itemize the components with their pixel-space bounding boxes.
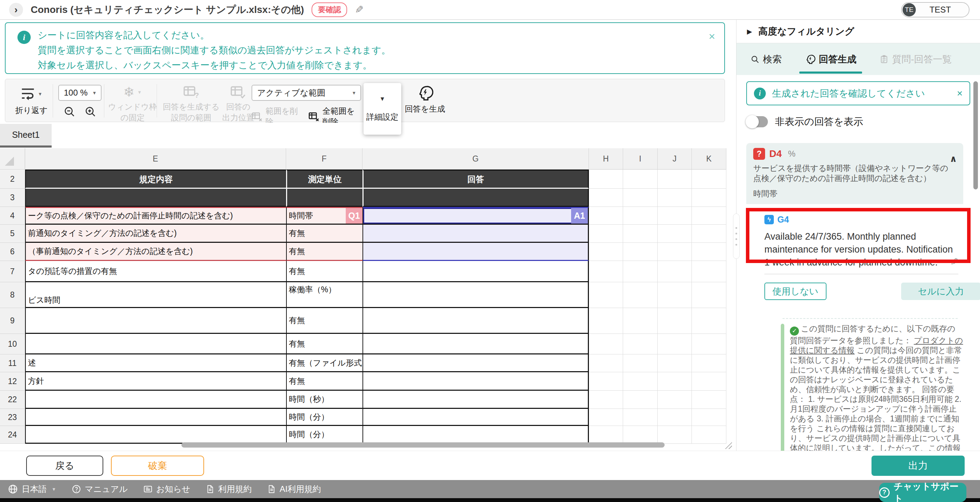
grid-cell[interactable]	[658, 409, 692, 426]
grid-cell[interactable]	[623, 372, 658, 391]
panel-scrollbar[interactable]	[974, 81, 978, 189]
row-header[interactable]: 12	[0, 372, 25, 391]
alert-close-icon[interactable]: ×	[957, 88, 963, 99]
grid-cell[interactable]: 時間帯Q1	[286, 207, 363, 225]
grid-cell[interactable]	[658, 391, 692, 409]
fill-cell-button[interactable]: セルに入力	[901, 283, 980, 300]
grid-cell[interactable]	[363, 261, 589, 282]
grid-cell[interactable]	[25, 334, 286, 354]
grid-cell[interactable]	[692, 308, 726, 334]
grid-cell[interactable]	[692, 243, 726, 261]
grid-cell[interactable]: 述	[25, 354, 286, 372]
grid-cell[interactable]	[589, 334, 623, 354]
grid-cell[interactable]	[589, 207, 623, 225]
grid-cell[interactable]	[589, 354, 623, 372]
collapse-chevron-button[interactable]: ›	[9, 3, 23, 17]
grid-cell[interactable]	[589, 189, 623, 207]
grid-cell[interactable]	[286, 189, 363, 207]
panel-resize-handle[interactable]	[733, 213, 740, 259]
grid-cell[interactable]: タの預託等の措置の有無	[25, 261, 286, 282]
output-button[interactable]: 出力	[872, 456, 965, 476]
grid-cell[interactable]	[692, 261, 726, 282]
grid-cell[interactable]	[692, 207, 726, 225]
zoom-out-icon[interactable]	[64, 106, 75, 118]
active-range-select[interactable]: アクティブな範囲 ▼	[251, 85, 361, 101]
grid-cell[interactable]	[589, 372, 623, 391]
grid-cell[interactable]: 前通知のタイミング／方法の記述を含む)	[25, 225, 286, 243]
row-header[interactable]: 3	[0, 189, 25, 207]
grid-cell[interactable]	[623, 426, 658, 444]
grid-cell[interactable]	[363, 308, 589, 334]
user-menu-button[interactable]: TE TEST	[901, 2, 969, 17]
footer-link[interactable]: マニュアル	[72, 483, 128, 495]
sheet-tab[interactable]: Sheet1	[0, 124, 52, 148]
grid-cell[interactable]: 時間（分）	[286, 409, 363, 426]
row-header[interactable]: 6	[0, 243, 25, 261]
grid-cell[interactable]	[363, 189, 589, 207]
grid-cell[interactable]: 稼働率（%）	[286, 282, 363, 308]
zoom-select[interactable]: 100 % ▼	[58, 85, 102, 101]
grid-cell[interactable]: 方針	[25, 372, 286, 391]
grid-cell[interactable]	[623, 225, 658, 243]
grid-cell[interactable]	[658, 170, 692, 189]
grid-cell[interactable]	[363, 391, 589, 409]
grid-cell[interactable]	[623, 409, 658, 426]
suggestion-card-header[interactable]: ? D4 % ∧ サービスを提供する時間帯（設備やネットワーク等の点検／保守のた…	[746, 143, 963, 204]
grid-cell[interactable]: （事前通知のタイミング／方法の記述を含む)	[25, 243, 286, 261]
grid-cell[interactable]	[363, 225, 589, 243]
grid-cell[interactable]	[623, 308, 658, 334]
grid-cell[interactable]: 有無	[286, 225, 363, 243]
footer-link[interactable]: 利用規約	[205, 483, 251, 495]
chat-support-button[interactable]: ? チャットサポート	[879, 483, 966, 502]
grid-cell[interactable]: 有無	[286, 372, 363, 391]
grid-cell[interactable]	[623, 207, 658, 225]
grid-cell[interactable]	[658, 207, 692, 225]
grid-cell[interactable]	[623, 354, 658, 372]
tab-answer-generation[interactable]: 回答生成	[805, 43, 856, 75]
grid-cell[interactable]	[589, 261, 623, 282]
grid-cell[interactable]	[692, 282, 726, 308]
grid-cell[interactable]: 時間（分）	[286, 426, 363, 444]
zoom-in-icon[interactable]	[84, 106, 96, 118]
horizontal-scrollbar[interactable]	[181, 442, 665, 448]
grid-cell[interactable]	[363, 334, 589, 354]
grid-cell[interactable]	[692, 334, 726, 354]
row-header[interactable]: 22	[0, 391, 25, 409]
grid-cell[interactable]: 有無	[286, 261, 363, 282]
column-header-I[interactable]: I	[623, 148, 658, 170]
grid-cell[interactable]	[658, 308, 692, 334]
grid-cell[interactable]	[363, 426, 589, 444]
language-selector[interactable]: 日本語 ▼	[8, 483, 56, 495]
generate-answer-button[interactable]: 回答を生成	[406, 85, 444, 114]
grid-cell[interactable]	[363, 243, 589, 261]
grid-cell[interactable]	[692, 189, 726, 207]
grid-cell[interactable]	[589, 170, 623, 189]
grid-cell[interactable]	[692, 372, 726, 391]
edit-title-icon[interactable]: ✎	[355, 3, 364, 16]
grid-cell[interactable]	[363, 372, 589, 391]
grid-cell[interactable]	[623, 391, 658, 409]
row-header[interactable]: 10	[0, 334, 25, 354]
footer-link[interactable]: お知らせ	[143, 483, 191, 495]
grid-cell[interactable]	[692, 409, 726, 426]
reject-answer-button[interactable]: 使用しない	[764, 283, 826, 300]
grid-cell[interactable]	[623, 261, 658, 282]
grid-cell[interactable]	[589, 426, 623, 444]
grid-cell[interactable]	[363, 409, 589, 426]
column-header-J[interactable]: J	[658, 148, 692, 170]
grid-cell[interactable]	[658, 426, 692, 444]
grid-cell[interactable]	[589, 282, 623, 308]
grid-cell[interactable]	[692, 170, 726, 189]
grid-cell[interactable]	[589, 243, 623, 261]
grid-cell[interactable]: 有無	[286, 334, 363, 354]
advanced-filtering-toggle[interactable]: ▶ 高度なフィルタリング	[737, 20, 980, 43]
row-header[interactable]: 9	[0, 308, 25, 334]
row-header[interactable]: 23	[0, 409, 25, 426]
chevron-up-icon[interactable]: ∧	[950, 154, 957, 164]
grid-cell[interactable]: 有無	[286, 308, 363, 334]
grid-cell[interactable]	[623, 243, 658, 261]
row-header[interactable]: 5	[0, 225, 25, 243]
show-hidden-answers-toggle[interactable]	[746, 116, 768, 127]
column-header-G[interactable]: G	[363, 148, 589, 170]
grid-cell[interactable]: 回答	[363, 170, 589, 189]
